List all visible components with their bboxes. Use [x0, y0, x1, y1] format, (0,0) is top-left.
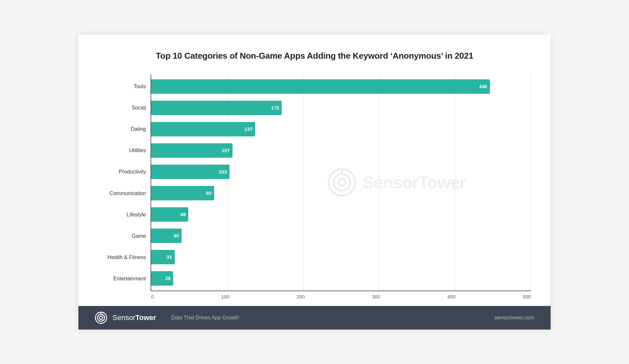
bar: 31 — [151, 250, 175, 264]
footer-logo-icon — [95, 312, 107, 324]
chart-area: Top 10 Categories of Non-Game Apps Addin… — [78, 34, 551, 306]
grid-line — [531, 74, 531, 291]
x-axis-label: 200 — [296, 294, 305, 299]
bar-row: 29 — [151, 269, 531, 288]
bar-value: 103 — [219, 169, 230, 174]
bar-value: 172 — [271, 105, 282, 111]
y-label: Dating — [98, 119, 151, 139]
chart-inner: ToolsSocialDatingUtilitiesProductivityCo… — [98, 74, 531, 291]
bar-row: 31 — [151, 247, 531, 267]
bar-row: 137 — [151, 119, 531, 139]
y-labels: ToolsSocialDatingUtilitiesProductivityCo… — [98, 74, 151, 291]
bar-row: 446 — [151, 77, 531, 96]
x-axis-label: 400 — [447, 294, 456, 299]
bar-value: 107 — [222, 148, 233, 153]
y-label: Entertainment — [98, 269, 151, 289]
bar-row: 49 — [151, 205, 531, 224]
chart-card: Top 10 Categories of Non-Game Apps Addin… — [78, 34, 551, 330]
bar: 446 — [151, 79, 490, 94]
x-axis-label: 100 — [221, 294, 229, 299]
y-label: Lifestyle — [98, 205, 151, 225]
svg-point-6 — [99, 316, 103, 319]
bar-value: 29 — [165, 275, 173, 281]
bar: 103 — [151, 165, 230, 179]
bar: 107 — [151, 143, 233, 158]
y-label: Productivity — [98, 162, 151, 182]
bar-value: 31 — [167, 254, 175, 260]
bar: 137 — [151, 122, 255, 136]
footer: SensorTower Data That Drives App Growth … — [78, 306, 551, 330]
svg-point-5 — [97, 314, 104, 321]
bar: 172 — [151, 101, 282, 115]
x-axis-label: 300 — [372, 294, 380, 299]
bar-row: 103 — [151, 162, 531, 182]
x-axis-label: 0 — [151, 294, 154, 299]
bar: 49 — [151, 207, 188, 222]
footer-brand: SensorTower — [112, 313, 156, 322]
bar-rows: 4461721371071038349403129 — [151, 74, 531, 291]
y-label: Game — [98, 226, 151, 246]
bar-row: 107 — [151, 141, 531, 160]
x-axis-label: 500 — [523, 294, 531, 299]
bar-row: 40 — [151, 226, 531, 246]
bar-row: 83 — [151, 183, 531, 203]
footer-left: SensorTower Data That Drives App Growth — [95, 312, 239, 324]
bar-value: 137 — [244, 126, 255, 132]
bar-row: 172 — [151, 98, 531, 118]
bar-value: 40 — [173, 233, 182, 238]
chart-title: Top 10 Categories of Non-Game Apps Addin… — [98, 51, 531, 61]
footer-url: sensortower.com — [495, 315, 534, 321]
bar: 40 — [151, 229, 182, 243]
y-label: Health & Fitness — [98, 248, 151, 267]
y-label: Utilities — [98, 141, 151, 160]
chart-body: ToolsSocialDatingUtilitiesProductivityCo… — [98, 74, 531, 299]
bar-value: 446 — [479, 84, 490, 89]
y-label: Tools — [98, 77, 151, 96]
footer-tagline: Data That Drives App Growth — [171, 315, 239, 321]
y-label: Social — [98, 98, 151, 118]
bar: 83 — [151, 186, 214, 200]
bar-value: 83 — [206, 190, 214, 196]
bars-container: SensorTower 4461721371071038349403129 — [151, 74, 531, 291]
y-label: Communication — [98, 184, 151, 203]
bar-value: 49 — [180, 212, 189, 217]
x-axis-labels: 0100200300400500 — [151, 291, 531, 299]
bar: 29 — [151, 271, 173, 286]
